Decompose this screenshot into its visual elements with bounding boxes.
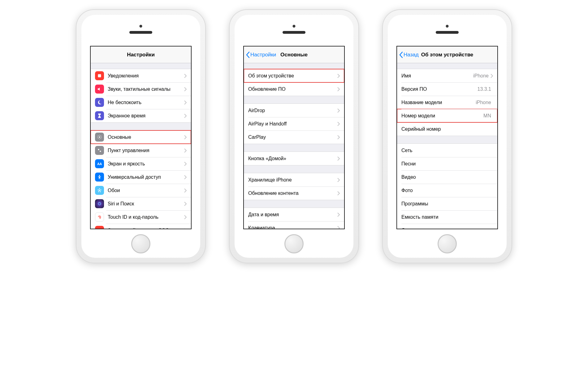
chevron-right-icon xyxy=(337,122,340,126)
speaker-grille xyxy=(436,31,459,34)
chevron-right-icon xyxy=(491,74,493,78)
row-storage[interactable]: Хранилище iPhone xyxy=(244,173,344,186)
chevron-right-icon xyxy=(184,162,187,166)
svg-point-5 xyxy=(99,190,100,191)
row-touchid[interactable]: Touch ID и код-пароль xyxy=(91,210,191,224)
back-button[interactable]: Назад xyxy=(399,51,419,58)
screen-about: Назад Об этом устройстве Имя iPhone Верс… xyxy=(396,46,498,229)
row-songs: Песни xyxy=(397,157,497,170)
row-label: Доступно xyxy=(401,228,493,230)
row-software-update[interactable]: Обновление ПО xyxy=(244,82,344,96)
chevron-right-icon xyxy=(184,87,187,91)
row-siri[interactable]: Siri и Поиск xyxy=(91,197,191,210)
about-group-1: Имя iPhone Версия ПО 13.3.1 Название мод… xyxy=(397,69,497,136)
phone-inner: Настройки Уведомления Зв xyxy=(81,15,200,258)
svg-point-7 xyxy=(100,189,102,191)
chevron-right-icon xyxy=(184,228,187,230)
row-about[interactable]: Об этом устройстве xyxy=(244,69,344,82)
row-value: 13.3.1 xyxy=(478,86,491,92)
home-button[interactable] xyxy=(284,234,304,253)
row-label: Кнопка «Домой» xyxy=(248,156,337,161)
phone-frame-1: Настройки Уведомления Зв xyxy=(76,9,206,263)
row-control-center[interactable]: Пункт управления xyxy=(91,144,191,157)
svg-point-4 xyxy=(99,175,100,176)
row-value: iPhone xyxy=(473,73,489,79)
camera-dot xyxy=(140,25,142,28)
speaker-grille xyxy=(129,31,152,34)
row-home-button[interactable]: Кнопка «Домой» xyxy=(244,152,344,165)
row-display[interactable]: AA Экран и яркость xyxy=(91,157,191,170)
settings-group-1: Уведомления Звуки, тактильные сигналы xyxy=(91,69,191,123)
chevron-right-icon xyxy=(337,226,340,230)
row-label: Емкость памяти xyxy=(401,214,493,220)
row-wallpaper[interactable]: Обои xyxy=(91,184,191,197)
control-center-icon xyxy=(95,146,104,155)
row-notifications[interactable]: Уведомления xyxy=(91,69,191,82)
chevron-left-icon xyxy=(246,51,250,58)
row-keyboard[interactable]: Клавиатура xyxy=(244,221,344,229)
row-available: Доступно xyxy=(397,224,497,229)
row-label: Основные xyxy=(108,134,184,140)
home-button[interactable] xyxy=(438,234,457,253)
home-button[interactable] xyxy=(131,234,150,253)
row-label: AirDrop xyxy=(248,108,337,113)
row-label: Пункт управления xyxy=(108,148,184,153)
sounds-icon xyxy=(95,85,104,94)
chevron-right-icon xyxy=(337,213,340,217)
general-group-2: AirDrop AirPlay и Handoff CarPlay xyxy=(244,103,344,144)
row-videos: Видео xyxy=(397,170,497,184)
row-sos[interactable]: SOS Экстренный вызов — SOS xyxy=(91,224,191,229)
speaker-grille xyxy=(283,31,305,34)
row-date-time[interactable]: Дата и время xyxy=(244,208,344,221)
chevron-right-icon xyxy=(184,148,187,153)
row-general[interactable]: Основные xyxy=(91,130,191,144)
row-label: Фото xyxy=(401,188,493,193)
svg-point-1 xyxy=(99,136,100,138)
row-carplay[interactable]: CarPlay xyxy=(244,130,344,144)
chevron-right-icon xyxy=(337,191,340,195)
general-group-5: Дата и время Клавиатура xyxy=(244,208,344,229)
svg-point-3 xyxy=(100,151,101,152)
about-content: Имя iPhone Версия ПО 13.3.1 Название мод… xyxy=(397,63,497,229)
row-label: Не беспокоить xyxy=(108,100,184,105)
row-label: Экстренный вызов — SOS xyxy=(108,228,184,230)
general-content: Об этом устройстве Обновление ПО AirDrop xyxy=(244,63,344,229)
back-button[interactable]: Настройки xyxy=(246,51,276,58)
row-background-refresh[interactable]: Обновление контента xyxy=(244,186,344,200)
screen-settings: Настройки Уведомления Зв xyxy=(90,46,192,229)
navbar: Настройки xyxy=(91,46,191,63)
row-label: Песни xyxy=(401,161,493,167)
row-label: Программы xyxy=(401,201,493,207)
row-network: Сеть xyxy=(397,144,497,157)
row-model-number[interactable]: Номер модели MN xyxy=(397,109,497,122)
svg-rect-0 xyxy=(98,74,101,77)
notifications-icon xyxy=(95,71,104,80)
settings-group-2: Основные Пункт управления AA xyxy=(91,130,191,229)
svg-point-9 xyxy=(98,191,99,192)
row-value: iPhone xyxy=(476,100,491,105)
row-label: Клавиатура xyxy=(248,225,337,230)
row-label: AirPlay и Handoff xyxy=(248,121,337,127)
sos-icon: SOS xyxy=(95,226,104,229)
row-airplay[interactable]: AirPlay и Handoff xyxy=(244,117,344,130)
row-sounds[interactable]: Звуки, тактильные сигналы xyxy=(91,82,191,96)
back-label: Настройки xyxy=(250,52,276,58)
general-icon xyxy=(95,133,104,142)
row-accessibility[interactable]: Универсальный доступ xyxy=(91,170,191,184)
row-label: Номер модели xyxy=(401,113,483,119)
phone-inner: Назад Об этом устройстве Имя iPhone Верс… xyxy=(388,15,507,258)
chevron-right-icon xyxy=(184,74,187,78)
row-apps: Программы xyxy=(397,197,497,210)
row-name[interactable]: Имя iPhone xyxy=(397,69,497,82)
row-label: Обновление контента xyxy=(248,191,337,196)
row-dnd[interactable]: Не беспокоить xyxy=(91,96,191,109)
screentime-icon xyxy=(95,111,104,120)
row-screentime[interactable]: Экранное время xyxy=(91,109,191,122)
chevron-right-icon xyxy=(337,108,340,113)
row-airdrop[interactable]: AirDrop xyxy=(244,104,344,117)
navbar: Назад Об этом устройстве xyxy=(397,46,497,63)
about-group-2: Сеть Песни Видео Фото Программы xyxy=(397,143,497,229)
dnd-icon xyxy=(95,98,104,107)
row-version: Версия ПО 13.3.1 xyxy=(397,82,497,96)
wallpaper-icon xyxy=(95,186,104,195)
